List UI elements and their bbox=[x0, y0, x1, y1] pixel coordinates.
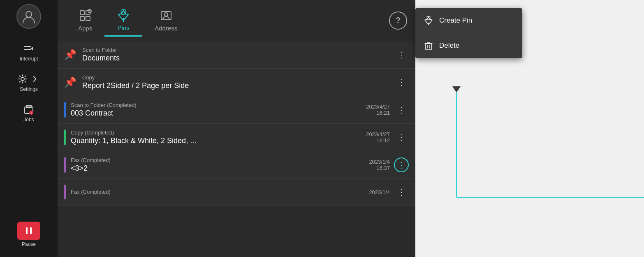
pins-icon bbox=[117, 9, 130, 22]
pins-list: 📌 Scan to Folder Documents ⋮ 📌 Copy Repo… bbox=[58, 41, 415, 257]
tab-address-label: Address bbox=[155, 25, 177, 32]
list-item-text: Copy (Completed) Quantity: 1, Black & Wh… bbox=[71, 130, 366, 145]
accent-bar bbox=[64, 157, 66, 173]
svg-marker-22 bbox=[452, 86, 461, 93]
list-item-text: Scan to Folder Documents bbox=[82, 47, 394, 63]
item-title: Quantity: 1, Black & White, 2 Sided, ... bbox=[71, 137, 366, 145]
accent-bar bbox=[64, 130, 66, 145]
item-meta: 2023/1/4 bbox=[369, 189, 390, 195]
sidebar-item-interrupt[interactable]: Interrupt bbox=[20, 43, 38, 62]
sidebar-item-settings-label: Settings bbox=[20, 86, 37, 92]
svg-rect-1 bbox=[24, 46, 31, 47]
item-title: Documents bbox=[82, 54, 394, 63]
context-menu-delete-label: Delete bbox=[439, 42, 459, 50]
apps-icon bbox=[79, 9, 92, 22]
item-time: 16:12 bbox=[376, 137, 390, 144]
tab-apps-label: Apps bbox=[78, 25, 92, 32]
accent-bar bbox=[64, 102, 66, 118]
tab-address[interactable]: Address bbox=[142, 5, 190, 36]
context-menu-delete[interactable]: Delete bbox=[415, 33, 522, 58]
tab-apps[interactable]: Apps bbox=[66, 5, 104, 36]
more-button[interactable]: ⋮ bbox=[394, 102, 409, 117]
avatar[interactable] bbox=[16, 4, 41, 29]
item-title: Report 2Sided / 2 Page per Side bbox=[82, 81, 394, 90]
item-subtitle: Scan to Folder bbox=[82, 47, 394, 53]
more-button-active[interactable]: ⋮ bbox=[394, 157, 409, 172]
svg-rect-2 bbox=[24, 49, 31, 50]
more-button[interactable]: ⋮ bbox=[394, 130, 409, 145]
svg-rect-9 bbox=[30, 227, 32, 234]
list-item[interactable]: Fax (Completed) <3>2 2023/1/4 16:37 ⋮ bbox=[58, 151, 415, 179]
list-item-text: Fax (Completed) bbox=[71, 189, 369, 196]
address-icon bbox=[160, 9, 173, 22]
accent-bar bbox=[64, 185, 66, 199]
item-subtitle: Copy (Completed) bbox=[71, 130, 366, 136]
pause-button[interactable] bbox=[17, 222, 40, 240]
item-date: 2023/4/27 bbox=[366, 104, 390, 110]
help-button[interactable]: ? bbox=[389, 12, 407, 30]
item-date: 2023/4/27 bbox=[366, 131, 390, 137]
sidebar-item-interrupt-label: Interrupt bbox=[20, 56, 38, 62]
list-item-text: Fax (Completed) <3>2 bbox=[71, 157, 369, 173]
item-title: 003 Contract bbox=[71, 109, 366, 118]
item-subtitle: Scan to Folder (Completed) bbox=[71, 102, 366, 108]
context-menu-create-pin[interactable]: Create Pin bbox=[415, 8, 522, 33]
svg-rect-10 bbox=[80, 11, 84, 15]
settings-icon bbox=[17, 73, 28, 85]
svg-text:!: ! bbox=[31, 112, 32, 115]
item-title: <3>2 bbox=[71, 164, 369, 173]
context-menu: Create Pin Delete bbox=[415, 8, 522, 58]
svg-point-3 bbox=[21, 77, 24, 81]
list-item[interactable]: Copy (Completed) Quantity: 1, Black & Wh… bbox=[58, 124, 415, 151]
tabs-bar: Apps Pins Address ? bbox=[58, 0, 415, 41]
list-item[interactable]: 📌 Copy Report 2Sided / 2 Page per Side ⋮ bbox=[58, 69, 415, 96]
list-item[interactable]: Scan to Folder (Completed) 003 Contract … bbox=[58, 96, 415, 124]
context-menu-create-pin-label: Create Pin bbox=[439, 16, 472, 25]
item-subtitle: Copy bbox=[82, 74, 394, 81]
more-button[interactable]: ⋮ bbox=[394, 47, 409, 62]
trash-icon bbox=[424, 41, 433, 51]
more-button[interactable]: ⋮ bbox=[394, 75, 409, 90]
sidebar-item-jobs[interactable]: ! Jobs bbox=[23, 104, 35, 123]
help-label: ? bbox=[396, 16, 401, 25]
svg-rect-19 bbox=[426, 44, 431, 50]
item-date: 2023/1/4 bbox=[369, 159, 390, 165]
svg-point-17 bbox=[164, 13, 168, 16]
more-button[interactable]: ⋮ bbox=[394, 185, 409, 199]
svg-rect-13 bbox=[86, 16, 90, 21]
chevron-right-icon bbox=[29, 73, 41, 85]
pin-icon bbox=[424, 16, 433, 25]
pause-icon bbox=[23, 225, 35, 236]
pin-green-icon: 📌 bbox=[64, 76, 76, 88]
item-meta: 2023/1/4 16:37 bbox=[369, 159, 390, 171]
sidebar-item-pause[interactable]: Pause bbox=[17, 222, 40, 247]
tab-pins-label: Pins bbox=[118, 24, 130, 31]
item-time: 16:37 bbox=[376, 165, 390, 171]
pin-blue-icon: 📌 bbox=[64, 49, 76, 60]
jobs-icon: ! bbox=[23, 104, 35, 115]
list-item[interactable]: Fax (Completed) 2023/1/4 ⋮ bbox=[58, 179, 415, 206]
sidebar-item-jobs-label: Jobs bbox=[23, 117, 34, 123]
svg-rect-8 bbox=[26, 227, 28, 234]
sidebar: Interrupt Settings ! Jobs bbox=[0, 0, 58, 257]
item-date: 2023/1/4 bbox=[369, 189, 390, 195]
item-meta: 2023/4/27 16:21 bbox=[366, 104, 390, 116]
item-meta: 2023/4/27 16:12 bbox=[366, 131, 390, 144]
item-subtitle: Fax (Completed) bbox=[71, 157, 369, 163]
svg-point-0 bbox=[26, 12, 32, 17]
interrupt-icon bbox=[23, 43, 35, 54]
tab-pins[interactable]: Pins bbox=[104, 5, 142, 37]
sidebar-item-pause-label: Pause bbox=[22, 241, 36, 247]
list-item-text: Copy Report 2Sided / 2 Page per Side bbox=[82, 74, 394, 90]
item-time: 16:21 bbox=[376, 110, 390, 116]
item-subtitle: Fax (Completed) bbox=[71, 189, 369, 195]
right-area: Create Pin Delete bbox=[415, 0, 644, 257]
sidebar-item-settings[interactable]: Settings bbox=[17, 73, 41, 92]
list-item-text: Scan to Folder (Completed) 003 Contract bbox=[71, 102, 366, 118]
main-panel: Apps Pins Address ? 📌 bbox=[58, 0, 415, 257]
svg-rect-12 bbox=[80, 16, 84, 21]
list-item[interactable]: 📌 Scan to Folder Documents ⋮ bbox=[58, 41, 415, 69]
